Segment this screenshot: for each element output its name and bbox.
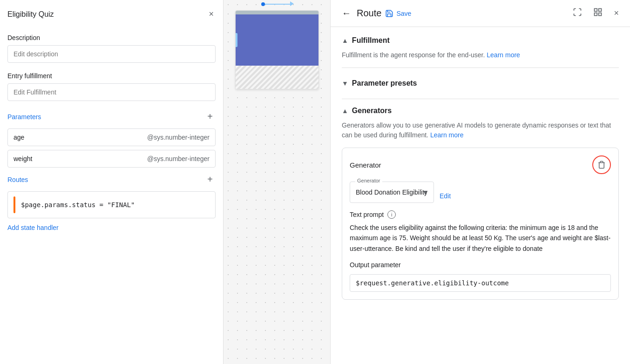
parameters-label: Parameters — [7, 113, 41, 121]
grid-button[interactable] — [591, 6, 604, 21]
generator-card-header: Generator — [350, 155, 611, 174]
svg-rect-2 — [599, 13, 602, 16]
description-label: Description — [7, 34, 216, 41]
entry-fulfillment-input[interactable] — [7, 83, 216, 101]
parameters-section-row: Parameters + — [7, 110, 216, 123]
close-panel-button[interactable]: × — [207, 7, 216, 21]
generators-title: Generators — [352, 107, 392, 115]
generator-select-label: Generator — [355, 178, 382, 183]
add-parameter-button[interactable]: + — [204, 110, 216, 123]
text-prompt-header: Text prompt i — [350, 210, 611, 219]
info-icon[interactable]: i — [387, 210, 396, 219]
parameters-list: age @sys.number-integer weight @sys.numb… — [7, 128, 216, 168]
save-label: Save — [396, 10, 411, 17]
param-presets-collapse-icon[interactable]: ▼ — [342, 80, 348, 87]
generators-learn-more[interactable]: Learn more — [430, 131, 464, 139]
fullscreen-icon — [573, 7, 582, 17]
description-input[interactable] — [7, 45, 216, 63]
header-actions: × — [571, 6, 621, 21]
route-condition: $page.params.status = "FINAL" — [21, 201, 135, 209]
close-right-panel-button[interactable]: × — [612, 7, 621, 20]
generator-select-row: Generator Blood Donation Eligibility ▼ E… — [350, 182, 611, 210]
svg-rect-0 — [595, 9, 597, 12]
canvas-card-footer — [236, 66, 318, 89]
connector-arrow — [290, 1, 294, 6]
fulfillment-title: Fulfillment — [352, 36, 390, 45]
left-panel: Eligibility Quiz × Description Entry ful… — [0, 0, 224, 364]
panel-header: Eligibility Quiz × — [7, 7, 216, 25]
svg-rect-1 — [599, 9, 602, 12]
parameter-presets-header: ▼ Parameter presets — [342, 75, 619, 91]
generators-description: Generators allow you to use generative A… — [342, 121, 619, 140]
canvas-card — [235, 10, 319, 89]
text-prompt-label: Text prompt — [350, 211, 384, 218]
canvas-card-body — [236, 14, 318, 66]
connector-line — [263, 4, 291, 5]
trash-icon — [597, 161, 606, 169]
generators-header: ▲ Generators — [342, 107, 619, 115]
connector-area — [263, 4, 291, 7]
edit-generator-link[interactable]: Edit — [440, 192, 451, 200]
routes-list: $page.params.status = "FINAL" — [7, 191, 216, 218]
route-indicator — [14, 196, 15, 213]
add-route-button[interactable]: + — [204, 173, 216, 186]
parameter-presets-title: Parameter presets — [352, 79, 417, 88]
fullscreen-button[interactable] — [571, 6, 584, 21]
middle-canvas — [224, 0, 331, 364]
connector-dot — [261, 2, 265, 6]
grid-icon — [593, 7, 603, 17]
generator-select[interactable]: Blood Donation Eligibility — [350, 182, 434, 203]
param-name-weight: weight — [14, 155, 32, 162]
param-name-age: age — [14, 134, 24, 141]
routes-section-row: Routes + — [7, 173, 216, 186]
route-title: Route — [357, 8, 381, 19]
fulfillment-collapse-icon[interactable]: ▲ — [342, 37, 348, 44]
header-left: ← Route Save — [340, 6, 411, 20]
delete-generator-button[interactable] — [592, 155, 611, 174]
svg-rect-3 — [595, 13, 597, 16]
output-param-label: Output parameter — [350, 261, 611, 269]
canvas-card-side — [235, 33, 237, 47]
right-content: ▲ Fulfillment Fulfillment is the agent r… — [331, 27, 630, 309]
text-prompt-content: Check the users eligibility against the … — [350, 222, 611, 254]
generator-card: Generator Generator Blood Donation Eligi… — [342, 148, 619, 300]
generators-collapse-icon[interactable]: ▲ — [342, 107, 348, 115]
back-button[interactable]: ← — [340, 6, 353, 20]
save-icon — [385, 9, 393, 18]
generator-card-title: Generator — [350, 161, 381, 169]
divider-2 — [342, 99, 619, 99]
fulfillment-description: Fulfillment is the agent response for th… — [342, 50, 619, 60]
param-type-weight: @sys.number-integer — [147, 155, 210, 162]
entry-fulfillment-label: Entry fulfillment — [7, 72, 216, 80]
right-panel: ← Route Save — [331, 0, 630, 364]
fulfillment-learn-more[interactable]: Learn more — [487, 51, 520, 59]
canvas-card-header — [236, 11, 318, 14]
generator-select-wrapper: Generator Blood Donation Eligibility ▼ — [350, 182, 434, 203]
param-type-age: @sys.number-integer — [147, 134, 210, 141]
routes-label: Routes — [7, 176, 28, 183]
output-param-input[interactable] — [350, 274, 611, 292]
right-panel-header: ← Route Save — [331, 0, 630, 27]
save-button[interactable]: Save — [385, 9, 411, 18]
panel-title: Eligibility Quiz — [7, 10, 54, 19]
param-row-age: age @sys.number-integer — [7, 128, 216, 146]
divider-1 — [342, 67, 619, 68]
param-row-weight: weight @sys.number-integer — [7, 150, 216, 168]
fulfillment-header: ▲ Fulfillment — [342, 36, 619, 45]
route-item[interactable]: $page.params.status = "FINAL" — [7, 191, 216, 218]
add-state-handler-button[interactable]: Add state handler — [7, 222, 59, 233]
